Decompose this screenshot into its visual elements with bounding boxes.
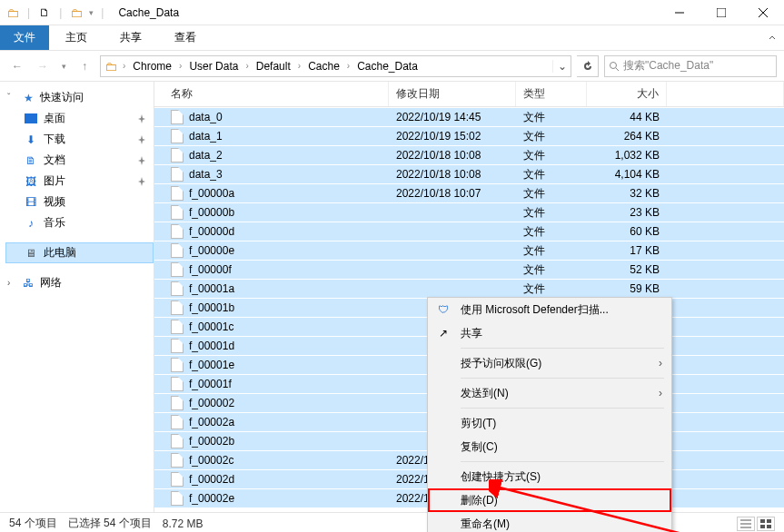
file-type: 文件 bbox=[516, 281, 587, 297]
file-icon[interactable]: 🗋 bbox=[37, 5, 52, 20]
sidebar-label: 视频 bbox=[44, 194, 65, 210]
pin-icon bbox=[137, 177, 146, 186]
sidebar-item-thispc[interactable]: 🖥 此电脑 bbox=[5, 242, 154, 263]
file-name: data_1 bbox=[189, 130, 223, 143]
ctx-send-to[interactable]: 发送到(N) › bbox=[428, 381, 671, 405]
sidebar-item[interactable]: 🖼图片 bbox=[5, 171, 154, 192]
sidebar-label: 快速访问 bbox=[40, 90, 84, 105]
tab-file[interactable]: 文件 bbox=[0, 25, 49, 50]
svg-rect-10 bbox=[760, 519, 765, 523]
forward-button[interactable]: → bbox=[33, 56, 53, 76]
star-icon: ★ bbox=[21, 91, 35, 105]
maximize-button[interactable] bbox=[700, 0, 742, 25]
tab-share[interactable]: 共享 bbox=[104, 25, 158, 50]
file-icon bbox=[171, 434, 184, 448]
table-row[interactable]: f_00000b文件23 KB bbox=[154, 202, 784, 222]
view-details-button[interactable] bbox=[737, 517, 755, 531]
status-selected: 已选择 54 个项目 bbox=[68, 516, 152, 531]
table-row[interactable]: data_32022/10/18 10:08文件4,104 KB bbox=[154, 164, 784, 183]
ctx-delete[interactable]: 删除(D) bbox=[428, 488, 671, 512]
sidebar-item[interactable]: ⬇下载 bbox=[5, 129, 154, 150]
table-row[interactable]: data_22022/10/18 10:08文件1,032 KB bbox=[154, 145, 784, 164]
file-date: 2022/10/18 10:07 bbox=[389, 187, 516, 200]
file-type: 文件 bbox=[516, 129, 587, 144]
ctx-sep bbox=[461, 408, 664, 409]
sidebar-item[interactable]: 桌面 bbox=[5, 108, 154, 129]
col-size[interactable]: 大小 bbox=[587, 82, 667, 106]
table-row[interactable]: data_12022/10/19 15:02文件264 KB bbox=[154, 126, 784, 145]
tab-view[interactable]: 查看 bbox=[158, 25, 213, 50]
ctx-copy[interactable]: 复制(C) bbox=[428, 435, 671, 458]
col-date[interactable]: 修改日期 bbox=[389, 82, 516, 106]
file-size: 60 KB bbox=[587, 225, 667, 238]
ctx-rename[interactable]: 重命名(M) bbox=[428, 512, 671, 532]
sidebar-item[interactable]: 🎞视频 bbox=[5, 192, 154, 212]
file-name: f_00002c bbox=[189, 454, 233, 467]
folder-small-icon[interactable]: 🗀 bbox=[69, 5, 84, 20]
close-button[interactable] bbox=[742, 0, 784, 25]
table-row[interactable]: f_00000d文件60 KB bbox=[154, 222, 784, 241]
file-size: 23 KB bbox=[587, 206, 667, 219]
ctx-share[interactable]: ↗ 共享 bbox=[428, 321, 671, 345]
table-row[interactable]: f_00000a2022/10/18 10:07文件32 KB bbox=[154, 183, 784, 202]
breadcrumb[interactable]: 🗀 › Chrome› User Data› Default› Cache› C… bbox=[100, 55, 571, 77]
context-menu: 🛡 使用 Microsoft Defender扫描... ↗ 共享 授予访问权限… bbox=[427, 297, 672, 532]
up-button[interactable]: ↑ bbox=[74, 56, 94, 76]
ctx-cut[interactable]: 剪切(T) bbox=[428, 411, 671, 435]
col-type[interactable]: 类型 bbox=[516, 82, 587, 106]
breadcrumb-dd-icon[interactable]: ⌄ bbox=[552, 60, 571, 73]
breadcrumb-seg[interactable]: Cache_Data bbox=[352, 60, 423, 73]
svg-rect-1 bbox=[717, 8, 726, 17]
breadcrumb-seg[interactable]: Chrome bbox=[127, 60, 177, 73]
minimize-button[interactable] bbox=[659, 0, 700, 25]
sidebar-label: 音乐 bbox=[44, 215, 65, 231]
svg-rect-11 bbox=[767, 519, 771, 523]
search-input[interactable]: 搜索"Cache_Data" bbox=[604, 55, 777, 77]
file-size: 52 KB bbox=[587, 263, 667, 276]
file-type: 文件 bbox=[516, 110, 587, 125]
doc-icon: 🗎 bbox=[24, 153, 38, 168]
file-name: f_00000d bbox=[189, 225, 234, 238]
file-icon bbox=[171, 205, 184, 220]
pin-icon bbox=[137, 156, 146, 165]
col-name[interactable]: 名称 bbox=[164, 82, 389, 106]
ctx-sep bbox=[461, 461, 664, 462]
sidebar-item[interactable]: ♪音乐 bbox=[5, 212, 154, 233]
table-row[interactable]: data_02022/10/19 14:45文件44 KB bbox=[154, 107, 784, 126]
file-size: 4,104 KB bbox=[587, 168, 667, 181]
table-row[interactable]: f_00000f文件52 KB bbox=[154, 260, 784, 279]
breadcrumb-seg[interactable]: Cache bbox=[303, 60, 345, 73]
table-row[interactable]: f_00001a文件59 KB bbox=[154, 279, 784, 298]
ctx-grant-access[interactable]: 授予访问权限(G) › bbox=[428, 351, 671, 375]
ctx-scan[interactable]: 🛡 使用 Microsoft Defender扫描... bbox=[428, 298, 671, 321]
file-icon bbox=[171, 186, 184, 201]
file-name: f_00001d bbox=[189, 340, 234, 352]
file-size: 44 KB bbox=[587, 111, 667, 123]
ribbon-expand-icon[interactable] bbox=[768, 25, 777, 50]
breadcrumb-seg[interactable]: Default bbox=[251, 60, 296, 73]
file-type: 文件 bbox=[516, 262, 587, 278]
file-name: f_00000f bbox=[189, 263, 232, 276]
file-size: 1,032 KB bbox=[587, 149, 667, 162]
recent-dd-icon[interactable]: ▾ bbox=[58, 56, 69, 76]
table-row[interactable]: f_00000e文件17 KB bbox=[154, 241, 784, 260]
back-button[interactable]: ← bbox=[7, 56, 27, 76]
sidebar-label: 网络 bbox=[40, 275, 62, 291]
refresh-button[interactable] bbox=[577, 55, 599, 77]
view-thumbnails-button[interactable] bbox=[757, 517, 775, 531]
svg-rect-12 bbox=[760, 525, 765, 528]
sidebar-label: 文档 bbox=[44, 153, 65, 168]
sidebar-item[interactable]: 🗎文档 bbox=[5, 150, 154, 171]
file-size: 32 KB bbox=[587, 187, 667, 200]
tab-home[interactable]: 主页 bbox=[49, 25, 104, 50]
caret-down-icon: ˇ bbox=[7, 93, 16, 103]
file-date: 2022/10/18 10:08 bbox=[389, 168, 516, 181]
ribbon-tabs: 文件 主页 共享 查看 bbox=[0, 25, 784, 51]
ctx-shortcut[interactable]: 创建快捷方式(S) bbox=[428, 465, 671, 488]
breadcrumb-seg[interactable]: User Data bbox=[184, 60, 243, 73]
qat-dropdown-icon[interactable]: ▾ bbox=[89, 8, 94, 17]
file-type: 文件 bbox=[516, 224, 587, 240]
sidebar-network[interactable]: › 🖧 网络 bbox=[5, 272, 154, 293]
file-size: 17 KB bbox=[587, 244, 667, 257]
sidebar-quick-access[interactable]: ˇ ★ 快速访问 bbox=[5, 87, 154, 108]
